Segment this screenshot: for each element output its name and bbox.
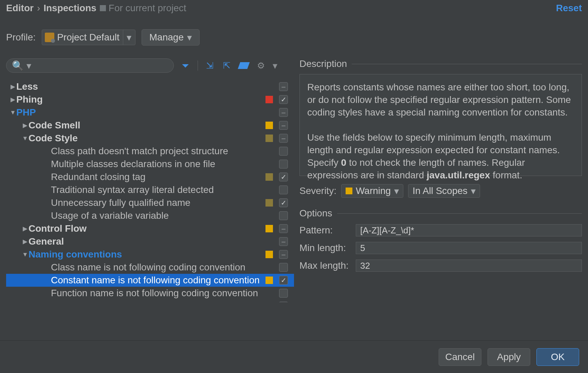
- tree-item-redundant-tag[interactable]: Redundant closing tag: [6, 171, 294, 183]
- profile-label: Profile:: [6, 32, 36, 43]
- tree-item-class-path[interactable]: Class path doesn't match project structu…: [6, 145, 294, 158]
- breadcrumb-separator: ›: [37, 3, 40, 14]
- tree-item-less[interactable]: ▶Less: [6, 80, 294, 93]
- warning-swatch-icon: [346, 188, 352, 194]
- breadcrumb-inspections: Inspections: [43, 3, 96, 14]
- checkbox[interactable]: [279, 134, 288, 143]
- tree-item-unnecessary-fqn[interactable]: Unnecessary fully qualified name: [6, 196, 294, 209]
- tree-item-general[interactable]: ▶General: [6, 235, 294, 248]
- chevron-down-icon[interactable]: ▾: [123, 30, 135, 45]
- severity-value: Warning: [356, 185, 391, 196]
- severity-indicator: [265, 277, 273, 284]
- options-label: Options: [299, 208, 332, 219]
- checkbox[interactable]: [279, 147, 288, 156]
- ok-button[interactable]: OK: [536, 348, 579, 366]
- expand-all-icon[interactable]: ⇲: [205, 60, 215, 71]
- scope-value: In All Scopes: [412, 185, 467, 196]
- cancel-button[interactable]: Cancel: [439, 348, 481, 366]
- severity-indicator: [265, 122, 273, 129]
- tree-item-var-var[interactable]: Usage of a variable variable: [6, 209, 294, 222]
- checkbox[interactable]: [279, 263, 288, 272]
- scope-label: For current project: [109, 3, 186, 14]
- checkbox[interactable]: [279, 108, 288, 117]
- checkbox[interactable]: [279, 276, 288, 285]
- manage-button[interactable]: Manage ▾: [142, 29, 200, 46]
- checkbox[interactable]: [279, 224, 288, 233]
- severity-indicator: [265, 173, 273, 181]
- max-length-label: Max length:: [299, 260, 356, 271]
- checkbox[interactable]: [279, 289, 288, 298]
- min-length-input[interactable]: [356, 242, 582, 254]
- tree-item-method-name[interactable]: Method name is not following coding conv…: [6, 300, 294, 302]
- tree-item-constant-name[interactable]: Constant name is not following coding co…: [6, 274, 294, 287]
- scope-combo[interactable]: In All Scopes ▾: [408, 184, 480, 198]
- severity-indicator: [265, 96, 273, 103]
- tree-item-multi-class[interactable]: Multiple classes declarations in one fil…: [6, 158, 294, 171]
- checkbox[interactable]: [279, 237, 288, 246]
- checkbox[interactable]: [279, 173, 288, 181]
- project-scope-icon: [100, 5, 106, 11]
- profile-icon: [45, 33, 54, 42]
- chevron-down-icon: ▾: [394, 185, 399, 197]
- description-label: Description: [299, 58, 347, 69]
- search-caret: ▾: [26, 60, 31, 71]
- reset-link[interactable]: Reset: [556, 3, 582, 14]
- chevron-down-icon: ▾: [471, 185, 476, 197]
- tree-item-code-style[interactable]: ▼Code Style: [6, 132, 294, 145]
- min-length-label: Min length:: [299, 243, 356, 253]
- description-text: Reports constants whose names are either…: [299, 74, 582, 176]
- severity-indicator: [265, 225, 273, 232]
- chevron-down-icon[interactable]: ▾: [273, 60, 277, 71]
- search-icon: 🔍: [12, 60, 24, 71]
- checkbox[interactable]: [279, 185, 288, 194]
- checkbox[interactable]: [279, 121, 288, 130]
- tree-item-class-name[interactable]: Class name is not following coding conve…: [6, 261, 294, 274]
- severity-indicator: [265, 135, 273, 142]
- manage-label: Manage: [149, 32, 184, 43]
- breadcrumb: Editor › Inspections For current project: [6, 3, 186, 14]
- inspection-tree: ▶Less ▶Phing ▼PHP ▶Code Smell ▼Code Styl…: [6, 80, 294, 302]
- checkbox[interactable]: [279, 302, 288, 302]
- pattern-label: Pattern:: [299, 225, 356, 236]
- separator: [198, 60, 198, 71]
- max-length-input[interactable]: [356, 260, 582, 272]
- apply-button[interactable]: Apply: [488, 348, 530, 366]
- reset-icon[interactable]: [239, 60, 249, 71]
- profile-value: Project Default: [57, 32, 123, 43]
- breadcrumb-editor[interactable]: Editor: [6, 3, 34, 14]
- search-input[interactable]: 🔍 ▾: [6, 58, 174, 73]
- checkbox[interactable]: [279, 211, 288, 220]
- checkbox[interactable]: [279, 160, 288, 168]
- resize-grip[interactable]: ⋯⋯: [299, 176, 582, 180]
- tree-item-code-smell[interactable]: ▶Code Smell: [6, 119, 294, 132]
- chevron-down-icon: ▾: [187, 32, 192, 43]
- tree-item-control-flow[interactable]: ▶Control Flow: [6, 222, 294, 235]
- checkbox[interactable]: [279, 82, 288, 91]
- severity-indicator: [265, 199, 273, 207]
- collapse-all-icon[interactable]: ⇱: [222, 60, 232, 71]
- checkbox[interactable]: [279, 250, 288, 259]
- tree-item-traditional-array[interactable]: Traditional syntax array literal detecte…: [6, 183, 294, 196]
- tree-item-phing[interactable]: ▶Phing: [6, 93, 294, 106]
- tree-item-function-name[interactable]: Function name is not following coding co…: [6, 287, 294, 300]
- severity-label: Severity:: [299, 185, 336, 196]
- severity-indicator: [265, 251, 273, 258]
- pattern-input[interactable]: [356, 224, 582, 236]
- gear-icon[interactable]: ⚙: [256, 60, 266, 71]
- checkbox[interactable]: [279, 198, 288, 207]
- tree-item-php[interactable]: ▼PHP: [6, 106, 294, 119]
- checkbox[interactable]: [279, 95, 288, 104]
- filter-icon[interactable]: ⏷: [181, 60, 191, 71]
- severity-combo[interactable]: Warning ▾: [341, 184, 403, 198]
- profile-combo[interactable]: Project Default ▾: [42, 30, 135, 45]
- tree-item-naming[interactable]: ▼Naming conventions: [6, 248, 294, 261]
